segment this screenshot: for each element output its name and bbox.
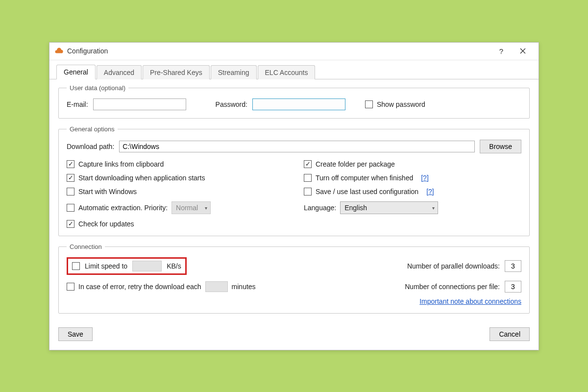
retry-minutes-field[interactable]: [205, 281, 228, 292]
parallel-downloads-field[interactable]: [505, 260, 521, 272]
limit-speed-highlight: Limit speed to KB/s: [67, 257, 187, 275]
limit-speed-unit: KB/s: [167, 262, 181, 270]
cancel-button[interactable]: Cancel: [490, 327, 530, 341]
create-folder-checkbox[interactable]: [304, 160, 312, 168]
show-password-label: Show password: [377, 100, 425, 108]
turn-off-help-link[interactable]: [?]: [421, 174, 429, 182]
general-options-group: General options Download path: Browse Ca…: [58, 125, 530, 236]
user-data-group: User data (optional) E-mail: Password: S…: [58, 84, 530, 119]
start-windows-checkbox[interactable]: [67, 188, 74, 196]
save-config-checkbox[interactable]: [304, 188, 312, 196]
turn-off-checkbox[interactable]: [304, 174, 312, 182]
parallel-downloads-label: Number of parallel downloads:: [407, 262, 500, 270]
password-field[interactable]: [252, 98, 345, 110]
start-download-checkbox[interactable]: [67, 174, 74, 182]
auto-extraction-checkbox[interactable]: [67, 204, 74, 212]
language-label: Language:: [304, 204, 336, 212]
tab-general[interactable]: General: [56, 65, 96, 79]
capture-links-label: Capture links from clipboard: [78, 160, 164, 168]
language-select[interactable]: English ▾: [340, 201, 438, 214]
language-value: English: [344, 204, 367, 212]
password-label: Password:: [216, 100, 247, 108]
retry-label: In case of error, retry the download eac…: [78, 283, 201, 291]
window-title: Configuration: [67, 47, 108, 55]
tab-bar: General Advanced Pre-Shared Keys Streami…: [49, 60, 539, 79]
retry-unit: minutes: [232, 283, 256, 291]
turn-off-label: Turn off computer when finished: [316, 174, 413, 182]
connections-per-file-label: Number of connections per file:: [405, 283, 500, 291]
limit-speed-label: Limit speed to: [85, 262, 127, 270]
check-updates-checkbox[interactable]: [67, 220, 74, 228]
auto-extraction-label: Automatic extraction. Priority:: [78, 204, 168, 212]
save-button[interactable]: Save: [58, 327, 93, 341]
download-path-label: Download path:: [67, 143, 114, 150]
tab-content: User data (optional) E-mail: Password: S…: [49, 79, 539, 327]
app-cloud-icon: [54, 47, 63, 55]
tab-pre-shared-keys[interactable]: Pre-Shared Keys: [143, 65, 210, 79]
start-download-label: Start downloading when application start…: [78, 174, 205, 182]
chevron-down-icon: ▾: [432, 205, 435, 210]
tab-advanced[interactable]: Advanced: [97, 65, 142, 79]
user-data-legend: User data (optional): [67, 84, 128, 92]
capture-links-checkbox[interactable]: [67, 160, 74, 168]
tab-streaming[interactable]: Streaming: [211, 65, 257, 79]
configuration-window: Configuration ? General Advanced Pre-Sha…: [49, 42, 539, 350]
connection-group: Connection Limit speed to KB/s Number of…: [58, 243, 530, 314]
retry-checkbox[interactable]: [67, 283, 74, 291]
limit-speed-checkbox[interactable]: [72, 262, 80, 270]
chevron-down-icon: ▾: [205, 205, 207, 210]
download-path-field[interactable]: [119, 141, 475, 152]
show-password-checkbox[interactable]: [365, 100, 373, 108]
tab-elc-accounts[interactable]: ELC Accounts: [258, 65, 316, 79]
connection-legend: Connection: [67, 243, 105, 250]
check-updates-label: Check for updates: [78, 220, 134, 228]
priority-value: Normal: [176, 204, 198, 212]
save-config-label: Save / use last used configuration: [316, 188, 418, 196]
create-folder-label: Create folder per package: [316, 160, 395, 168]
help-button[interactable]: ?: [490, 43, 512, 59]
limit-speed-field[interactable]: [132, 261, 162, 271]
browse-button[interactable]: Browse: [480, 140, 521, 153]
save-config-help-link[interactable]: [?]: [426, 188, 434, 196]
connections-per-file-field[interactable]: [505, 281, 521, 293]
titlebar: Configuration ?: [49, 43, 539, 60]
dialog-button-bar: Save Cancel: [49, 327, 539, 350]
close-button[interactable]: [512, 43, 534, 59]
general-options-legend: General options: [67, 125, 118, 133]
important-note-link[interactable]: Important note about connections: [419, 297, 521, 305]
email-label: E-mail:: [67, 100, 88, 108]
email-field[interactable]: [93, 98, 186, 110]
priority-select[interactable]: Normal ▾: [172, 201, 211, 214]
start-windows-label: Start with Windows: [78, 188, 137, 196]
